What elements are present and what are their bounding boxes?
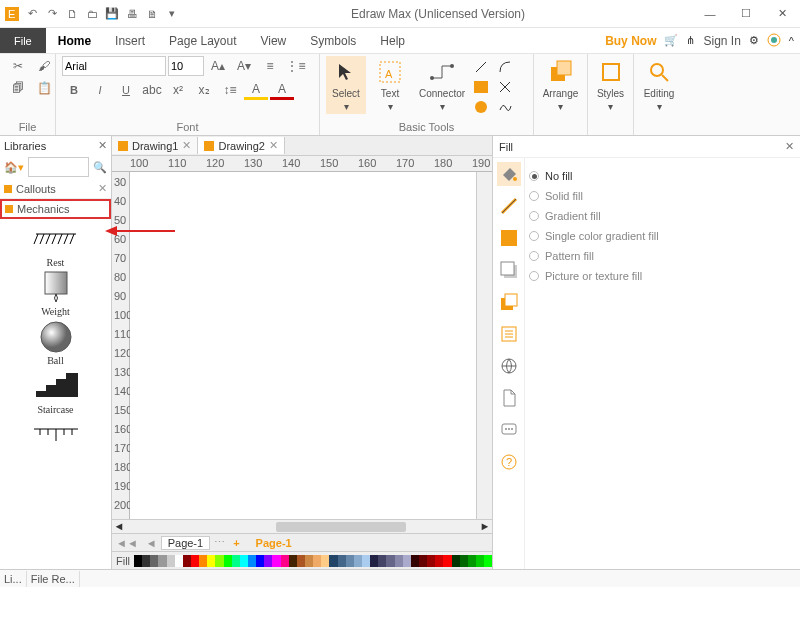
decrease-font-icon[interactable]: A▾	[232, 56, 256, 76]
page-icon[interactable]	[497, 386, 521, 410]
arc-shape-icon[interactable]	[498, 60, 512, 74]
comment-icon[interactable]	[497, 418, 521, 442]
gear-icon[interactable]: ⚙	[749, 34, 759, 47]
home-lib-icon[interactable]: 🏠▾	[4, 161, 24, 174]
color-bar[interactable]	[134, 555, 492, 567]
fill-option[interactable]: Gradient fill	[529, 206, 796, 226]
font-color-icon[interactable]: A	[270, 80, 294, 100]
shape-staircase[interactable]: Staircase	[26, 370, 86, 415]
maximize-button[interactable]: ☐	[732, 4, 760, 24]
globe-icon[interactable]	[497, 354, 521, 378]
scroll-thumb[interactable]	[276, 522, 406, 532]
bullets-icon[interactable]: ⋮≡	[284, 56, 308, 76]
fill-option[interactable]: No fill	[529, 166, 796, 186]
menu-view[interactable]: View	[248, 34, 298, 48]
line-shape-icon[interactable]	[474, 60, 488, 74]
highlight-icon[interactable]: A	[244, 80, 268, 100]
buy-now-link[interactable]: Buy Now	[605, 34, 656, 48]
page-more-icon[interactable]: ⋯	[210, 536, 229, 549]
bottom-tab-libraries[interactable]: Li...	[0, 571, 27, 587]
collapse-ribbon-icon[interactable]: ^	[789, 35, 794, 47]
print-icon[interactable]: 🖶	[124, 6, 140, 22]
editing-button[interactable]: Editing▾	[640, 56, 678, 114]
scroll-left-icon[interactable]: ◄	[112, 520, 126, 533]
freeform-shape-icon[interactable]	[498, 100, 512, 114]
page-tab[interactable]: Page-1	[161, 536, 210, 550]
menu-help[interactable]: Help	[368, 34, 417, 48]
lib-cat-mechanics[interactable]: Mechanics	[0, 199, 111, 219]
close-button[interactable]: ✕	[768, 4, 796, 24]
italic-icon[interactable]: I	[88, 80, 112, 100]
solid-fill-icon[interactable]	[497, 226, 521, 250]
signin-link[interactable]: Sign In	[703, 34, 740, 48]
shape-weight[interactable]: Weight	[26, 272, 86, 317]
copy-icon[interactable]: 🗐	[6, 78, 30, 98]
help-icon[interactable]: ?	[497, 450, 521, 474]
line-style-icon[interactable]	[497, 194, 521, 218]
cart-icon[interactable]: 🛒	[664, 34, 678, 47]
menu-page-layout[interactable]: Page Layout	[157, 34, 248, 48]
bold-icon[interactable]: B	[62, 80, 86, 100]
shadow-icon[interactable]	[497, 258, 521, 282]
search-lib-icon[interactable]: 🔍	[93, 161, 107, 174]
close-cat-icon[interactable]: ✕	[98, 182, 107, 195]
scrollbar-vertical[interactable]	[476, 172, 492, 519]
font-size-combo[interactable]	[168, 56, 204, 76]
rect-shape-icon[interactable]	[474, 81, 488, 93]
undo-icon[interactable]: ↶	[24, 6, 40, 22]
save-icon[interactable]: 💾	[104, 6, 120, 22]
menu-symbols[interactable]: Symbols	[298, 34, 368, 48]
circle-shape-icon[interactable]	[474, 100, 488, 114]
doc-tab-drawing2[interactable]: Drawing2✕	[198, 137, 284, 154]
lib-cat-callouts[interactable]: Callouts ✕	[0, 179, 111, 199]
connector-tool[interactable]: Connector▾	[414, 56, 470, 114]
paste-icon[interactable]: 📋	[32, 78, 56, 98]
scroll-right-icon[interactable]: ►	[478, 520, 492, 533]
canvas[interactable]	[130, 172, 476, 519]
underline-icon[interactable]: U	[114, 80, 138, 100]
select-tool[interactable]: Select▾	[326, 56, 366, 114]
text-tool[interactable]: A Text▾	[370, 56, 410, 114]
menu-insert[interactable]: Insert	[103, 34, 157, 48]
doc-tab-drawing1[interactable]: Drawing1✕	[112, 137, 198, 154]
close-fill-panel-icon[interactable]: ✕	[785, 140, 794, 153]
fill-option[interactable]: Picture or texture fill	[529, 266, 796, 286]
fill-option[interactable]: Single color gradient fill	[529, 226, 796, 246]
close-tab-icon[interactable]: ✕	[182, 139, 191, 152]
redo-icon[interactable]: ↷	[44, 6, 60, 22]
superscript-icon[interactable]: x₂	[192, 80, 216, 100]
scrollbar-horizontal[interactable]: ◄ ►	[112, 519, 492, 533]
menu-home[interactable]: Home	[46, 34, 103, 48]
cut-icon[interactable]: ✂	[6, 56, 30, 76]
new-icon[interactable]: 🗋	[64, 6, 80, 22]
minimize-button[interactable]: —	[696, 4, 724, 24]
shape-partial[interactable]	[26, 419, 86, 451]
align-left-icon[interactable]: ≡	[258, 56, 282, 76]
increase-font-icon[interactable]: A▴	[206, 56, 230, 76]
add-page-icon[interactable]: +	[229, 537, 243, 549]
open-icon[interactable]: 🗀	[84, 6, 100, 22]
fill-option[interactable]: Solid fill	[529, 186, 796, 206]
file-menu[interactable]: File	[0, 28, 46, 53]
page-prev-icon[interactable]: ◄	[142, 537, 161, 549]
lib-combo[interactable]	[28, 157, 89, 177]
layer-icon[interactable]	[497, 290, 521, 314]
format-painter-icon[interactable]: 🖌	[32, 56, 56, 76]
font-name-combo[interactable]	[62, 56, 166, 76]
close-libraries-icon[interactable]: ✕	[98, 139, 107, 152]
shape-rest[interactable]: Rest	[26, 223, 86, 268]
share-icon[interactable]: ⋔	[686, 34, 695, 47]
shape-ball[interactable]: Ball	[26, 321, 86, 366]
close-shape-icon[interactable]	[498, 80, 512, 94]
close-tab-icon[interactable]: ✕	[269, 139, 278, 152]
page-first-icon[interactable]: ◄◄	[112, 537, 142, 549]
qat-more-icon[interactable]: ▾	[164, 6, 180, 22]
fill-option[interactable]: Pattern fill	[529, 246, 796, 266]
preview-icon[interactable]: 🗎	[144, 6, 160, 22]
bottom-tab-file-recovery[interactable]: File Re...	[27, 571, 80, 587]
fill-bucket-icon[interactable]	[497, 162, 521, 186]
arrange-button[interactable]: Arrange▾	[540, 56, 581, 114]
line-spacing-icon[interactable]: ↕≡	[218, 80, 242, 100]
subscript-icon[interactable]: x²	[166, 80, 190, 100]
strike-icon[interactable]: abc	[140, 80, 164, 100]
